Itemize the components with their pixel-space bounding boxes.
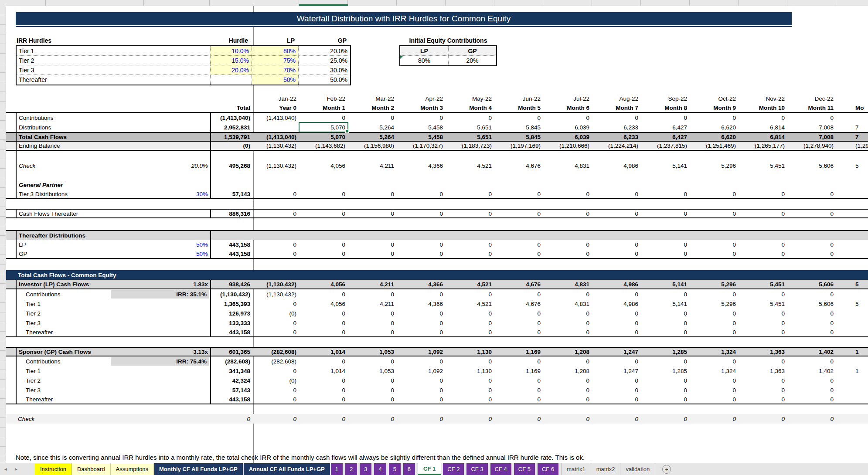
irr-label-thereafter[interactable]: Thereafter [17,75,210,85]
grid-cell[interactable]: 0 [397,318,446,328]
grid-cell[interactable] [739,218,787,230]
sheet-tab-cf-5[interactable]: CF 5 [514,463,535,475]
grid-cell[interactable]: 1,324 [690,347,739,356]
grid-cell[interactable]: 0 [494,190,543,199]
grid-cell[interactable] [690,170,739,180]
grid-cell[interactable]: 0 [397,113,446,122]
grid-cell[interactable] [253,404,299,414]
irr-gp-value[interactable]: 25.0% [298,56,350,65]
grid-cell[interactable]: 4,831 [543,299,592,309]
grid-cell[interactable] [641,230,690,240]
grid-cell[interactable]: 5,296 [690,299,739,309]
grid-cell[interactable] [787,170,836,180]
grid-cell-clipped[interactable] [836,289,868,299]
period-header-month-9[interactable]: Month 9 [690,103,739,113]
grid-cell[interactable]: 1,092 [397,366,446,376]
grid-cell[interactable]: 0 [253,385,299,395]
grid-cell[interactable]: 5,264 [348,132,397,142]
grid-cell[interactable] [494,270,543,280]
grid-cell[interactable]: 0 [739,318,787,328]
grid-cell-clipped[interactable] [836,395,868,404]
grid-cell[interactable]: (1,413,040) [253,113,299,122]
grid-cell[interactable]: 0 [592,376,641,385]
total-value-cell[interactable]: (1,130,432) [210,289,253,299]
row-label-cell[interactable]: ContributionsIRR: 35.1% [16,289,210,299]
period-header-month-1[interactable]: Month 1 [299,103,348,113]
sheet-tab-cf-2[interactable]: CF 2 [443,463,464,475]
date-header-feb-22[interactable]: Feb-22 [299,94,348,103]
date-header-jul-22[interactable]: Jul-22 [543,94,592,103]
grid-cell[interactable]: 0 [494,318,543,328]
grid-cell[interactable]: 0 [446,395,494,404]
grid-cell[interactable]: 0 [592,328,641,337]
grid-cell[interactable]: 5,451 [739,299,787,309]
grid-cell[interactable] [641,170,690,180]
grid-cell[interactable] [348,270,397,280]
grid-cell[interactable]: 0 [397,395,446,404]
grid-cell[interactable]: (1,170,327) [397,142,446,151]
grid-cell[interactable]: 4,831 [543,280,592,289]
grid-cell[interactable] [543,230,592,240]
grid-cell[interactable]: 1,169 [494,347,543,356]
grid-cell[interactable]: 1,014 [299,347,348,356]
grid-cell[interactable] [253,199,299,209]
grid-cell[interactable] [397,151,446,161]
grid-cell[interactable]: (0) [253,309,299,318]
grid-cell[interactable] [253,170,299,180]
grid-cell[interactable]: 0 [690,249,739,259]
row-label-cell[interactable]: Tier 3 [16,318,210,328]
grid-cell[interactable]: 6,814 [739,122,787,132]
grid-cell[interactable]: 0 [641,318,690,328]
grid-cell[interactable] [690,180,739,190]
grid-cell[interactable]: 0 [253,190,299,199]
grid-cell-clipped[interactable] [836,356,868,366]
period-header-year-0[interactable]: Year 0 [253,103,299,113]
grid-cell-clipped[interactable] [836,151,868,161]
total-value-cell[interactable]: 1,539,791 [210,132,253,142]
date-header-apr-22[interactable]: Apr-22 [397,94,446,103]
grid-cell[interactable] [592,180,641,190]
sheet-tab-4[interactable]: 4 [374,463,386,475]
grid-cell[interactable]: 0 [494,113,543,122]
total-value-cell[interactable]: 2,952,831 [210,122,253,132]
grid-cell[interactable]: 0 [446,113,494,122]
grid-cell[interactable] [592,170,641,180]
grid-cell[interactable]: 4,676 [494,299,543,309]
date-header-jun-22[interactable]: Jun-22 [494,94,543,103]
grid-cell[interactable] [690,270,739,280]
grid-cell[interactable] [494,151,543,161]
grid-cell[interactable] [592,218,641,230]
grid-cell[interactable]: 0 [641,190,690,199]
row-label-cell[interactable]: Tier 2 [16,309,210,318]
grid-cell[interactable]: 0 [348,414,397,424]
sheet-tab-3[interactable]: 3 [360,463,371,475]
grid-cell[interactable]: 0 [348,289,397,299]
grid-cell[interactable]: 0 [397,249,446,259]
grid-cell[interactable]: 0 [446,414,494,424]
period-header-month-5[interactable]: Month 5 [494,103,543,113]
total-value-cell[interactable]: 443,158 [210,328,253,337]
grid-cell[interactable]: 5,845 [494,122,543,132]
grid-cell[interactable] [641,180,690,190]
grid-cell[interactable]: 0 [348,309,397,318]
row-label-cell[interactable]: Total Cash Flows - Common Equity [16,270,210,280]
total-value-cell[interactable] [210,270,253,280]
grid-cell[interactable]: 0 [494,328,543,337]
grid-cell[interactable]: 0 [787,385,836,395]
total-value-cell[interactable]: 126,973 [210,309,253,318]
grid-cell[interactable] [299,218,348,230]
grid-cell[interactable]: 0 [397,309,446,318]
grid-cell[interactable]: 0 [446,240,494,249]
row-label-cell[interactable]: Tier 2 [16,376,210,385]
grid-cell[interactable]: (282,608) [253,356,299,366]
equity-value-gp[interactable]: 20% [448,56,496,65]
row-label-cell[interactable] [16,404,210,414]
grid-cell[interactable]: 0 [299,318,348,328]
grid-cell[interactable]: (1,183,723) [446,142,494,151]
row-rate-value[interactable]: 1.83x [193,281,209,288]
total-value-cell[interactable] [210,404,253,414]
grid-cell[interactable] [787,404,836,414]
grid-cell[interactable]: 0 [739,395,787,404]
grid-cell[interactable] [348,170,397,180]
grid-cell[interactable]: 5,651 [446,122,494,132]
